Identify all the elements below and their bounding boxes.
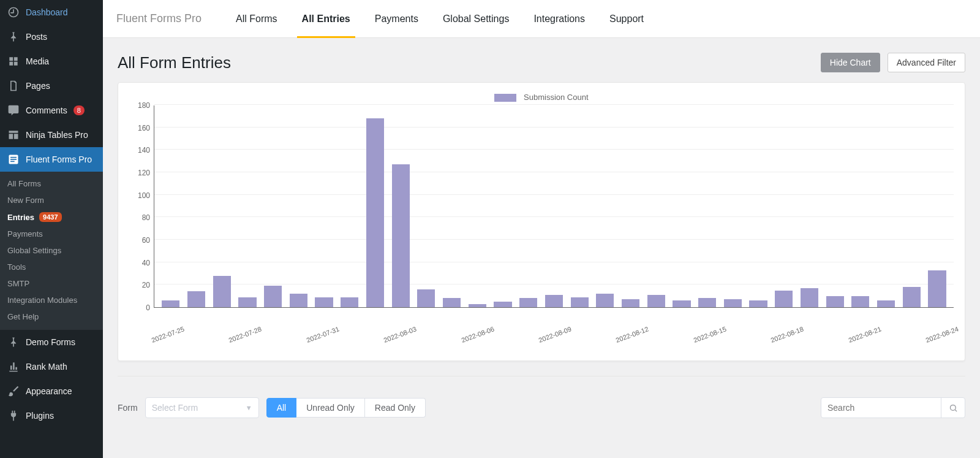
chart-bar[interactable] bbox=[801, 288, 818, 307]
bar-slot bbox=[184, 105, 209, 307]
table-icon bbox=[7, 129, 20, 141]
bar-slot bbox=[822, 105, 848, 307]
hide-chart-button[interactable]: Hide Chart bbox=[821, 53, 880, 72]
sidebar-subitem-tools[interactable]: Tools bbox=[0, 259, 103, 275]
bar-slot bbox=[337, 105, 363, 307]
chart-bar[interactable] bbox=[392, 164, 410, 307]
sidebar-item-rank-math[interactable]: Rank Math bbox=[0, 354, 103, 379]
sidebar-subitem-label: Get Help bbox=[7, 312, 39, 321]
x-tick-label: 2022-07-25 bbox=[151, 325, 186, 344]
bar-slot bbox=[720, 105, 745, 307]
chart-bar[interactable] bbox=[826, 296, 844, 307]
bar-slot bbox=[439, 105, 465, 307]
nav-tab-global-settings[interactable]: Global Settings bbox=[431, 0, 522, 38]
sidebar-subitem-label: All Forms bbox=[7, 179, 41, 188]
search-input[interactable] bbox=[821, 403, 941, 413]
sidebar-item-label: Pages bbox=[26, 81, 50, 91]
sidebar-subitem-integration-modules[interactable]: Integration Modules bbox=[0, 292, 103, 308]
bar-slot bbox=[771, 105, 797, 307]
chart-bar[interactable] bbox=[238, 297, 256, 308]
sidebar-item-demo-forms[interactable]: Demo Forms bbox=[0, 330, 103, 354]
sidebar-subitem-new-form[interactable]: New Form bbox=[0, 192, 103, 208]
sidebar-subitem-get-help[interactable]: Get Help bbox=[0, 308, 103, 325]
chart-bar[interactable] bbox=[622, 299, 639, 307]
sidebar-item-label: Media bbox=[26, 56, 49, 66]
filter-read-only-button[interactable]: Read Only bbox=[365, 398, 426, 418]
chart-bar[interactable] bbox=[417, 289, 435, 307]
bar-slot bbox=[669, 105, 695, 307]
y-tick: 140 bbox=[138, 146, 150, 155]
bar-slot bbox=[873, 105, 899, 307]
sidebar-subitem-smtp[interactable]: SMTP bbox=[0, 275, 103, 292]
sidebar-badge: 8 bbox=[74, 105, 85, 115]
sidebar-subitem-entries[interactable]: Entries9437 bbox=[0, 208, 103, 226]
sidebar-item-ninja-tables-pro[interactable]: Ninja Tables Pro bbox=[0, 123, 103, 147]
advanced-filter-button[interactable]: Advanced Filter bbox=[888, 53, 965, 72]
y-tick: 60 bbox=[142, 236, 150, 245]
x-tick-label: 2022-08-24 bbox=[924, 325, 959, 344]
search-button[interactable] bbox=[941, 398, 965, 418]
chart-bar[interactable] bbox=[443, 298, 461, 307]
chart-bar[interactable] bbox=[494, 302, 511, 307]
chart-bar[interactable] bbox=[341, 297, 358, 308]
chart-bar[interactable] bbox=[571, 297, 589, 308]
chart-bar[interactable] bbox=[698, 298, 716, 307]
chart-bar[interactable] bbox=[928, 270, 946, 308]
chart-bar[interactable] bbox=[187, 291, 205, 307]
page-title: All Form Entries bbox=[118, 53, 231, 72]
sidebar-item-appearance[interactable]: Appearance bbox=[0, 379, 103, 403]
chart-bar[interactable] bbox=[596, 294, 614, 307]
page-content: All Form Entries Hide Chart Advanced Fil… bbox=[103, 38, 980, 458]
bar-slot bbox=[388, 105, 413, 307]
bar-slot bbox=[592, 105, 618, 307]
chart-bar[interactable] bbox=[519, 298, 537, 307]
nav-tab-payments[interactable]: Payments bbox=[363, 0, 431, 38]
chart-bar[interactable] bbox=[673, 300, 690, 307]
chart-bar[interactable] bbox=[162, 300, 179, 307]
y-tick: 20 bbox=[142, 281, 150, 289]
bar-slot bbox=[209, 105, 235, 307]
sidebar-subitem-global-settings[interactable]: Global Settings bbox=[0, 242, 103, 259]
svg-point-4 bbox=[950, 405, 956, 410]
nav-tab-all-forms[interactable]: All Forms bbox=[224, 0, 290, 38]
nav-tab-integrations[interactable]: Integrations bbox=[521, 0, 597, 38]
bar-slot bbox=[745, 105, 771, 307]
chart-bar[interactable] bbox=[775, 291, 793, 308]
chart-bar[interactable] bbox=[264, 286, 282, 307]
chart-bar[interactable] bbox=[366, 118, 384, 307]
y-tick: 180 bbox=[138, 101, 150, 110]
sidebar-item-pages[interactable]: Pages bbox=[0, 74, 103, 98]
nav-tab-support[interactable]: Support bbox=[597, 0, 656, 38]
sidebar-item-label: Fluent Forms Pro bbox=[26, 155, 92, 164]
nav-tab-all-entries[interactable]: All Entries bbox=[290, 0, 363, 38]
form-select[interactable]: Select Form ▼ bbox=[145, 397, 259, 418]
filter-bar: Form Select Form ▼ AllUnread OnlyRead On… bbox=[118, 397, 965, 418]
chart-bar[interactable] bbox=[213, 276, 231, 307]
chart-bar[interactable] bbox=[469, 304, 486, 308]
chart-bar[interactable] bbox=[903, 287, 921, 307]
filter-all-button[interactable]: All bbox=[266, 398, 297, 418]
sidebar-item-plugins[interactable]: Plugins bbox=[0, 403, 103, 428]
bar-slot bbox=[158, 105, 184, 307]
pin-icon bbox=[7, 31, 20, 43]
chart-bar[interactable] bbox=[877, 300, 895, 307]
chart-bar[interactable] bbox=[315, 297, 333, 308]
x-tick-label: 2022-08-15 bbox=[692, 325, 727, 344]
form-select-label: Form bbox=[118, 403, 138, 413]
chart-bar[interactable] bbox=[545, 295, 563, 307]
sidebar-item-comments[interactable]: Comments8 bbox=[0, 98, 103, 123]
sidebar-item-dashboard[interactable]: Dashboard bbox=[0, 0, 103, 25]
sidebar-subitem-all-forms[interactable]: All Forms bbox=[0, 175, 103, 192]
filter-unread-only-button[interactable]: Unread Only bbox=[296, 398, 365, 418]
comment-icon bbox=[7, 104, 20, 116]
chart-bar[interactable] bbox=[724, 299, 742, 307]
sidebar-item-posts[interactable]: Posts bbox=[0, 25, 103, 49]
sidebar-item-fluent-forms-pro[interactable]: Fluent Forms Pro bbox=[0, 147, 103, 172]
sidebar-subitem-payments[interactable]: Payments bbox=[0, 226, 103, 242]
chart-bar[interactable] bbox=[749, 300, 767, 307]
sidebar-item-media[interactable]: Media bbox=[0, 49, 103, 74]
chart-bar[interactable] bbox=[290, 294, 307, 307]
chart-bar[interactable] bbox=[851, 296, 869, 307]
sidebar-subitem-label: Entries bbox=[7, 213, 34, 222]
chart-bar[interactable] bbox=[647, 295, 665, 307]
